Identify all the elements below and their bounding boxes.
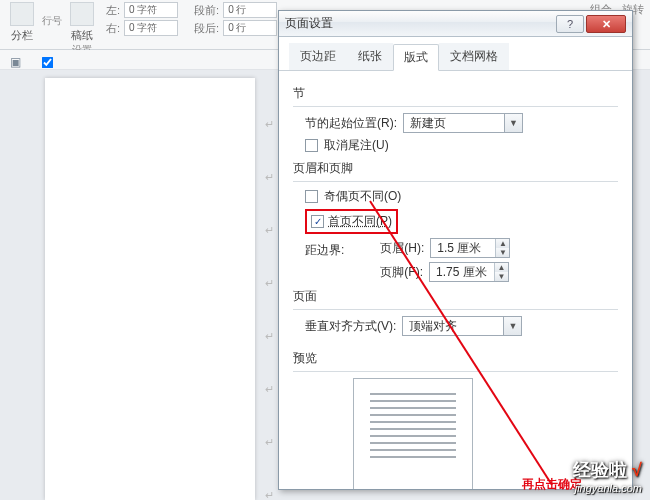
indent-right-label: 右:: [106, 21, 120, 36]
paragraph-indent-group: 左:0 字符 右:0 字符: [106, 2, 178, 36]
annotation-text: 再点击确定: [522, 476, 582, 493]
different-first-page-checkbox[interactable]: [311, 215, 324, 228]
spacing-before-field[interactable]: 0 行: [223, 2, 277, 18]
page-preview: [353, 378, 473, 489]
section-start-select[interactable]: 新建页 ▼: [403, 113, 523, 133]
spinner-down-icon[interactable]: ▼: [495, 272, 508, 281]
ribbon-gaozhi[interactable]: 稿纸 设置: [70, 2, 94, 57]
chevron-down-icon[interactable]: ▼: [504, 114, 522, 132]
bookmark-icon: ▣: [10, 55, 21, 69]
vertical-align-select[interactable]: 顶端对齐 ▼: [402, 316, 522, 336]
columns-icon: [10, 2, 34, 26]
section-start-label: 节的起始位置(R):: [305, 115, 397, 132]
tab-docgrid[interactable]: 文档网格: [439, 43, 509, 70]
tab-layout[interactable]: 版式: [393, 44, 439, 71]
dialog-title: 页面设置: [285, 15, 333, 32]
spacing-after-field[interactable]: 0 行: [223, 20, 277, 36]
paragraph-marks: ↵↵↵↵↵↵↵↵: [260, 78, 278, 500]
indent-left-field[interactable]: 0 字符: [124, 2, 178, 18]
ruler-checkboxes: ▣: [10, 55, 54, 69]
first-page-different-highlight: 首页不同(P): [305, 209, 398, 234]
ribbon-columns[interactable]: 分栏: [10, 2, 34, 43]
spinner-up-icon[interactable]: ▲: [496, 239, 509, 248]
section-title-jie: 节: [293, 85, 618, 102]
check-icon: √: [632, 460, 642, 480]
vertical-align-label: 垂直对齐方式(V):: [305, 318, 396, 335]
ruler-checkbox[interactable]: [42, 56, 54, 68]
suppress-endnotes-checkbox[interactable]: [305, 139, 318, 152]
different-odd-even-checkbox[interactable]: [305, 190, 318, 203]
section-title-preview: 预览: [293, 350, 618, 367]
tab-margins[interactable]: 页边距: [289, 43, 347, 70]
suppress-endnotes-label: 取消尾注(U): [324, 137, 389, 154]
different-first-page-label: 首页不同(P): [328, 213, 392, 230]
different-odd-even-label: 奇偶页不同(O): [324, 188, 401, 205]
ribbon-line-numbers[interactable]: 行号: [42, 2, 62, 28]
indent-left-label: 左:: [106, 3, 120, 18]
page-setup-dialog: 页面设置 ? ✕ 页边距 纸张 版式 文档网格 节 节的起始位置(R): 新建页…: [278, 10, 633, 490]
spacing-after-label: 段后:: [194, 21, 219, 36]
tab-paper[interactable]: 纸张: [347, 43, 393, 70]
paragraph-spacing-group: 段前:0 行 段后:0 行: [194, 2, 277, 36]
chevron-down-icon[interactable]: ▼: [503, 317, 521, 335]
help-button[interactable]: ?: [556, 15, 584, 33]
section-title-page: 页面: [293, 288, 618, 305]
header-distance-spinner[interactable]: 1.5 厘米 ▲▼: [430, 238, 510, 258]
footer-distance-spinner[interactable]: 1.75 厘米 ▲▼: [429, 262, 509, 282]
footer-distance-label: 页脚(F):: [380, 264, 423, 281]
section-title-headerfooter: 页眉和页脚: [293, 160, 618, 177]
header-distance-label: 页眉(H):: [380, 240, 424, 257]
manuscript-icon: [70, 2, 94, 26]
document-canvas[interactable]: [45, 78, 255, 500]
from-edge-label: 距边界:: [305, 242, 344, 259]
close-button[interactable]: ✕: [586, 15, 626, 33]
spacing-before-label: 段前:: [194, 3, 219, 18]
indent-right-field[interactable]: 0 字符: [124, 20, 178, 36]
spinner-up-icon[interactable]: ▲: [495, 263, 508, 272]
dialog-body: 节 节的起始位置(R): 新建页 ▼ 取消尾注(U) 页眉和页脚 奇偶页不同(O…: [279, 71, 632, 489]
dialog-titlebar[interactable]: 页面设置 ? ✕: [279, 11, 632, 37]
spinner-down-icon[interactable]: ▼: [496, 248, 509, 257]
dialog-tabs: 页边距 纸张 版式 文档网格: [279, 37, 632, 71]
